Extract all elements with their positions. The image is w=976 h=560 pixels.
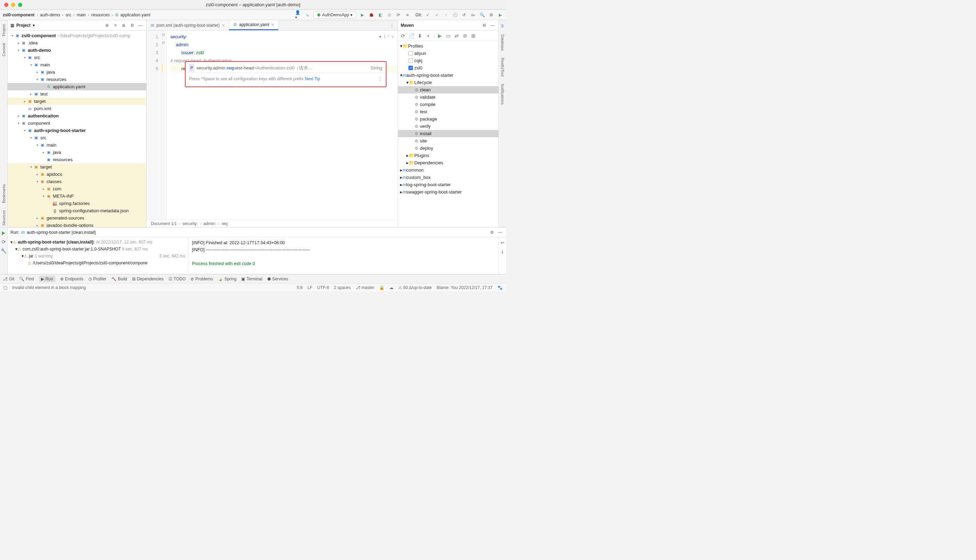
code-editor[interactable]: 12345 ⊟ ⊟ ●1^v security: admin: issuer: … xyxy=(147,30,398,220)
indent[interactable]: 2 spaces xyxy=(334,285,351,290)
tree-item-metainf[interactable]: META-INF xyxy=(53,193,74,199)
commit-tool-button[interactable]: Commit xyxy=(2,42,6,58)
close-icon[interactable]: × xyxy=(222,23,225,28)
run-icon[interactable]: ▶ xyxy=(359,12,365,18)
checkbox-cqkj[interactable] xyxy=(409,58,413,63)
spring-tool-button[interactable]: 🍃 Spring xyxy=(218,277,237,282)
terminal-tool-button[interactable]: ▣ Terminal xyxy=(241,277,262,282)
coverage-icon[interactable]: ◧ xyxy=(377,12,384,18)
git-blame[interactable]: Blame: You 2022/12/17, 17:37 xyxy=(437,285,492,290)
maven-lifecycle[interactable]: Lifecycle xyxy=(414,80,432,85)
tree-item-generated-sources[interactable]: generated-sources xyxy=(47,215,84,221)
breadcrumb-item[interactable]: main xyxy=(77,13,86,17)
encoding[interactable]: UTF-8 xyxy=(317,285,329,290)
line-separator[interactable]: LF xyxy=(308,285,312,290)
git-tool-button[interactable]: ⎇ Git xyxy=(3,277,14,282)
tab-application-yaml[interactable]: ⚙application.yaml× xyxy=(229,20,279,30)
debug-icon[interactable]: 🐞 xyxy=(368,12,374,18)
maven-goal-deploy[interactable]: deploy xyxy=(420,145,433,151)
services-tool-button[interactable]: ⬢ Services xyxy=(267,277,288,282)
maven-dependencies[interactable]: Dependencies xyxy=(414,160,443,165)
skip-tests-icon[interactable]: ⊘ xyxy=(462,33,468,39)
tree-item-spring-config-meta[interactable]: spring-configuration-metadata.json xyxy=(59,208,128,213)
tree-item-java2[interactable]: java xyxy=(53,150,61,155)
breadcrumb-item[interactable]: src xyxy=(66,13,71,17)
run-console[interactable]: [INFO] Finished at: 2022-12-17T17:34:43+… xyxy=(189,237,499,274)
tree-item-application-yaml[interactable]: application.yaml xyxy=(53,84,85,89)
maven-module-common[interactable]: common xyxy=(406,167,424,173)
run-hide-icon[interactable]: — xyxy=(497,229,503,235)
close-icon[interactable]: × xyxy=(271,22,274,27)
completion-popup[interactable]: P security.admin.request-head=Authentica… xyxy=(185,61,387,87)
problems-tool-button[interactable]: ⊘ Problems xyxy=(190,277,213,282)
attach-icon[interactable]: ⟳ xyxy=(395,12,402,18)
toggle-offline-icon[interactable]: ⇄ xyxy=(454,33,460,39)
panel-hide-icon[interactable]: — xyxy=(489,22,496,28)
expand-icon[interactable]: ≡ xyxy=(112,22,118,28)
dependencies-tool-button[interactable]: ⊞ Dependencies xyxy=(132,277,164,282)
maven-goal-package[interactable]: package xyxy=(420,117,437,122)
rerun-icon[interactable]: ▶ xyxy=(1,230,7,236)
run-settings-icon[interactable]: ⚙ xyxy=(489,229,495,235)
tree-item-pom[interactable]: pom.xml xyxy=(34,106,51,111)
stop-icon[interactable]: ■ xyxy=(404,12,410,18)
profile-icon[interactable]: ⊙ xyxy=(386,12,392,18)
git-push-icon[interactable]: ↑ xyxy=(443,12,449,18)
tree-item-src2[interactable]: src xyxy=(40,135,46,140)
find-tool-button[interactable]: 🔍 Find xyxy=(19,277,34,282)
tree-item-test[interactable]: test xyxy=(40,92,48,97)
tree-item-resources[interactable]: resources xyxy=(47,77,67,82)
maven-goal-clean[interactable]: clean xyxy=(420,87,430,92)
window-close[interactable] xyxy=(4,3,8,7)
translate-icon[interactable]: 🗛 xyxy=(470,12,476,18)
tree-item-com[interactable]: com xyxy=(53,186,62,192)
endpoints-tool-button[interactable]: ⊕ Endpoints xyxy=(60,277,83,282)
maven-module-swagger[interactable]: swagger-spring-boot-starter xyxy=(406,189,462,195)
tab-pom[interactable]: mpom.xml (auth-spring-boot-starter)× xyxy=(147,20,229,30)
git-rollback-icon[interactable]: ↺ xyxy=(461,12,467,18)
tree-item-resources2[interactable]: resources xyxy=(53,157,73,162)
git-update-icon[interactable]: ✓ xyxy=(425,12,431,18)
project-tree[interactable]: ▾▣zsl0-component ~/IdeaProjects/gitProje… xyxy=(8,30,146,227)
breadcrumb-item[interactable]: application.yaml xyxy=(120,13,150,17)
maven-goal-site[interactable]: site xyxy=(420,138,427,143)
maven-tree[interactable]: ▾📁Profiles aliyun cqkj ✓zsl0 ▾mauth-spri… xyxy=(398,41,499,227)
locate-icon[interactable]: ⊕ xyxy=(104,22,110,28)
tree-item-classes[interactable]: classes xyxy=(47,179,62,184)
scroll-end-icon[interactable]: ⤓ xyxy=(499,248,506,255)
settings-icon[interactable]: ⚙ xyxy=(488,12,494,18)
soft-wrap-icon[interactable]: ↩ xyxy=(499,239,506,246)
maven-settings-icon[interactable]: ⚙ xyxy=(481,22,487,28)
tree-item-target[interactable]: target xyxy=(34,99,45,104)
tree-item-component[interactable]: component xyxy=(28,120,50,126)
maven-profiles[interactable]: Profiles xyxy=(408,43,423,48)
lock-icon[interactable]: 🔒 xyxy=(379,285,384,290)
bookmarks-tool-button[interactable]: Bookmarks xyxy=(2,183,6,205)
project-tool-button[interactable]: Project xyxy=(2,23,6,38)
tree-item-src[interactable]: src xyxy=(34,55,40,60)
popup-more-icon[interactable]: ⋮ xyxy=(378,75,382,83)
maven-goal-validate[interactable]: validate xyxy=(420,95,435,100)
panel-settings-icon[interactable]: ⚙ xyxy=(129,22,135,28)
maven-module-custom-box[interactable]: custom_box xyxy=(406,175,430,180)
tree-item-idea[interactable]: .idea xyxy=(28,40,38,45)
tree-item-apidocs[interactable]: apidocs xyxy=(47,172,62,177)
tabs-more-icon[interactable]: ⋮ xyxy=(386,20,398,30)
tree-item-target2[interactable]: target xyxy=(40,164,52,170)
maven-goal-verify[interactable]: verify xyxy=(420,124,430,129)
code-analysis[interactable]: ⚠ 50 Δ/up-to-date xyxy=(398,285,432,290)
profiler-tool-button[interactable]: ◷ Profiler xyxy=(88,277,106,282)
generate-icon[interactable]: 📄 xyxy=(409,33,415,39)
maven-goal-install[interactable]: install xyxy=(420,131,431,136)
tree-item-authentication[interactable]: authentication xyxy=(28,113,59,118)
run-tool-button[interactable]: ▶ Run xyxy=(39,276,55,282)
checkbox-zsl0[interactable]: ✓ xyxy=(409,66,413,70)
checkbox-aliyun[interactable] xyxy=(409,51,413,56)
inspection-widget[interactable]: ●1^v xyxy=(379,33,394,41)
cursor-position[interactable]: 5:8 xyxy=(297,285,303,290)
user-icon[interactable]: 👤▾ xyxy=(295,12,301,18)
panel-hide-icon[interactable]: — xyxy=(137,22,143,28)
shared-index-icon[interactable]: ☁ xyxy=(389,285,394,290)
tree-item-main[interactable]: main xyxy=(40,62,50,67)
ide-status-icon[interactable]: 🐾 xyxy=(497,285,502,290)
